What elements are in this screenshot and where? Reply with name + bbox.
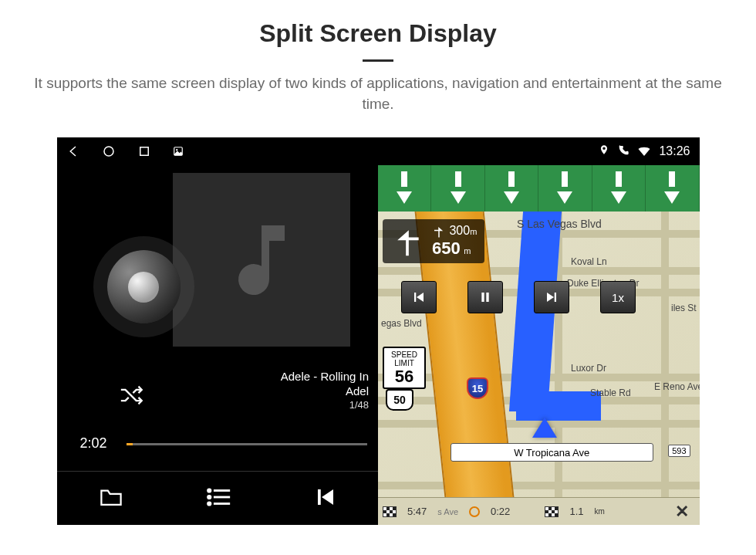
svg-rect-14: [555, 293, 556, 302]
svg-point-8: [208, 502, 210, 504]
back-icon[interactable]: [66, 144, 80, 158]
device-screenshot: 13:26 Adele - Rolling In Adel: [57, 137, 700, 525]
route-line: [516, 391, 601, 421]
page-subtitle: It supports the same screen display of t…: [0, 73, 756, 114]
svg-rect-1: [140, 147, 148, 156]
track-metadata: Adele - Rolling In Adel 1/48: [281, 370, 369, 411]
street-label: egas Blvd: [381, 318, 422, 329]
clock-icon: [469, 506, 480, 517]
nav-playback-controls: 1x: [401, 281, 636, 313]
music-toolbar: [57, 471, 379, 525]
clock-text: 13:26: [659, 144, 690, 158]
wifi-icon: [637, 144, 651, 158]
svg-rect-13: [486, 293, 488, 302]
svg-rect-11: [414, 293, 416, 302]
music-note-icon: [215, 214, 308, 306]
artist-name: Adel: [281, 384, 369, 399]
checkered-flag-icon: [383, 506, 397, 517]
speed-limit-sign: SPEED LIMIT 56: [383, 347, 426, 389]
street-label: Koval Ln: [571, 256, 607, 267]
nav-next-button[interactable]: [534, 281, 569, 313]
turn-left-icon: [390, 225, 424, 259]
checkered-flag-icon: [545, 506, 559, 517]
close-button[interactable]: ✕: [669, 502, 695, 522]
svg-point-6: [208, 496, 210, 498]
distance-unit: km: [595, 507, 605, 516]
progress-bar[interactable]: [127, 443, 368, 445]
folder-button[interactable]: [98, 486, 124, 511]
music-pane: Adele - Rolling In Adel 1/48 2:02: [57, 165, 379, 525]
footer-cross-street: s Ave: [437, 507, 458, 516]
status-bar: 13:26: [57, 137, 700, 165]
street-label: Stable Rd: [590, 387, 631, 398]
previous-track-button[interactable]: [314, 486, 337, 512]
street-label: E Reno Ave: [654, 381, 700, 392]
secondary-unit: m: [470, 227, 477, 236]
elapsed-time: 2:02: [80, 435, 107, 452]
primary-distance: 650: [432, 239, 461, 258]
svg-rect-10: [318, 489, 321, 505]
nav-pause-button[interactable]: [467, 281, 503, 313]
album-art-placeholder: [173, 173, 350, 347]
turn-right-small-icon: [432, 225, 446, 239]
phone-icon: [617, 144, 629, 158]
playlist-button[interactable]: [206, 487, 232, 510]
vehicle-cursor: [532, 418, 557, 438]
title-underline: [363, 59, 393, 62]
recents-icon[interactable]: [137, 144, 151, 158]
street-label: Luxor Dr: [571, 363, 606, 374]
virtual-joystick[interactable]: [107, 250, 181, 323]
svg-point-3: [176, 149, 177, 151]
interstate-shield: 15: [467, 377, 488, 399]
song-title: Adele - Rolling In: [281, 370, 369, 384]
track-index: 1/48: [281, 399, 369, 411]
location-icon: [599, 144, 609, 158]
current-road-sign: W Tropicana Ave: [451, 443, 653, 462]
duration-value: 0:22: [491, 506, 510, 517]
svg-rect-12: [481, 293, 484, 302]
navigation-pane: S Las Vegas Blvd Koval Ln Duke Ellington…: [378, 165, 700, 525]
route-shield: 50: [386, 389, 413, 411]
image-notification-icon: [173, 146, 184, 157]
shuffle-button[interactable]: [119, 385, 145, 408]
secondary-distance: 300: [449, 224, 470, 237]
turn-instruction: 300m 650 m: [383, 219, 484, 263]
nav-speed-button[interactable]: 1x: [600, 281, 636, 313]
lane-guidance: [378, 165, 700, 212]
primary-unit: m: [464, 246, 471, 256]
nav-footer: 5:47 s Ave 0:22 1.1 km ✕: [378, 497, 700, 525]
nav-prev-button[interactable]: [401, 281, 437, 313]
home-icon[interactable]: [102, 144, 116, 158]
eta-value: 5:47: [407, 506, 427, 517]
svg-point-4: [208, 489, 210, 491]
svg-point-0: [104, 147, 113, 156]
street-label: iles St: [671, 303, 697, 313]
exit-number: 593: [668, 445, 690, 457]
street-label: S Las Vegas Blvd: [517, 218, 602, 230]
distance-value: 1.1: [569, 506, 583, 517]
page-title: Split Screen Display: [0, 19, 756, 48]
